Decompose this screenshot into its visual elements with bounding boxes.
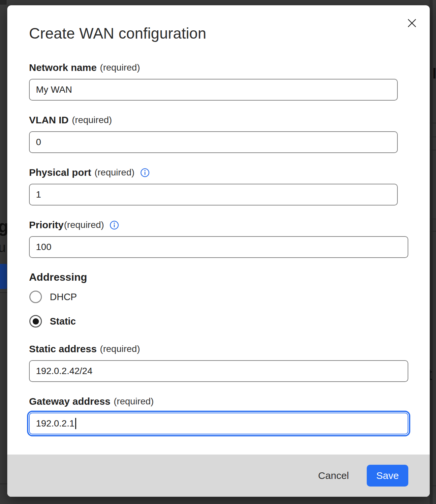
cancel-button[interactable]: Cancel: [317, 470, 350, 481]
background-divider: [430, 231, 436, 232]
required-hint: (required): [64, 219, 104, 231]
static-address-field-group: Static address (required) 192.0.2.42/24: [29, 343, 408, 382]
dialog-title: Create WAN configuration: [29, 24, 408, 42]
required-hint: (required): [100, 343, 140, 355]
physical-port-input[interactable]: 1: [29, 184, 398, 205]
background-divider: [430, 123, 436, 123]
network-name-label: Network name (required): [29, 61, 408, 74]
required-hint: (required): [94, 166, 134, 179]
static-address-input[interactable]: 192.0.2.42/24: [29, 360, 408, 382]
background-overlay-top-left-corner: [0, 0, 7, 5]
addressing-heading: Addressing: [29, 271, 408, 283]
vlan-id-field-group: VLAN ID (required) 0: [29, 114, 408, 153]
vlan-id-input[interactable]: 0: [29, 131, 398, 153]
static-address-label: Static address (required): [29, 343, 408, 355]
radio-unselected-icon: [29, 291, 42, 303]
save-button[interactable]: Save: [367, 465, 408, 487]
physical-port-label: Physical port (required): [29, 166, 408, 179]
text-cursor: [75, 418, 76, 429]
addressing-option-dhcp[interactable]: DHCP: [29, 291, 408, 303]
create-wan-configuration-dialog: Create WAN configuration Network name (r…: [7, 5, 430, 497]
gateway-address-label: Gateway address (required): [29, 395, 408, 408]
background-text-fragment: l: [432, 65, 436, 82]
priority-label: Priority (required): [29, 219, 408, 231]
background-divider: [430, 486, 436, 486]
dialog-footer: Cancel Save: [7, 455, 430, 497]
dialog-body: Create WAN configuration Network name (r…: [7, 5, 430, 455]
priority-field-group: Priority (required) 100: [29, 219, 408, 258]
info-icon[interactable]: [109, 220, 119, 230]
gateway-address-input[interactable]: 192.0.2.1: [29, 413, 408, 434]
vlan-id-label: VLAN ID (required): [29, 114, 408, 126]
network-name-input[interactable]: My WAN: [29, 79, 398, 101]
radio-label: DHCP: [50, 292, 77, 302]
radio-selected-icon: [29, 315, 42, 328]
background-divider: [0, 292, 7, 293]
network-name-field-group: Network name (required) My WAN: [29, 61, 408, 101]
radio-label: Static: [50, 316, 76, 327]
background-divider: [430, 150, 436, 150]
required-hint: (required): [114, 395, 154, 408]
info-icon[interactable]: [140, 168, 150, 177]
required-hint: (required): [72, 114, 112, 126]
priority-input[interactable]: 100: [29, 236, 408, 258]
background-divider: [0, 484, 7, 484]
physical-port-field-group: Physical port (required) 1: [29, 166, 408, 205]
background-divider: [430, 137, 436, 137]
close-icon[interactable]: [406, 17, 418, 29]
background-text-fragment: u: [0, 240, 6, 255]
background-button-fragment: [0, 264, 7, 289]
addressing-option-static[interactable]: Static: [29, 315, 408, 328]
required-hint: (required): [100, 61, 140, 74]
gateway-address-field-group: Gateway address (required) 192.0.2.1: [29, 395, 408, 434]
background-divider: [430, 219, 436, 219]
